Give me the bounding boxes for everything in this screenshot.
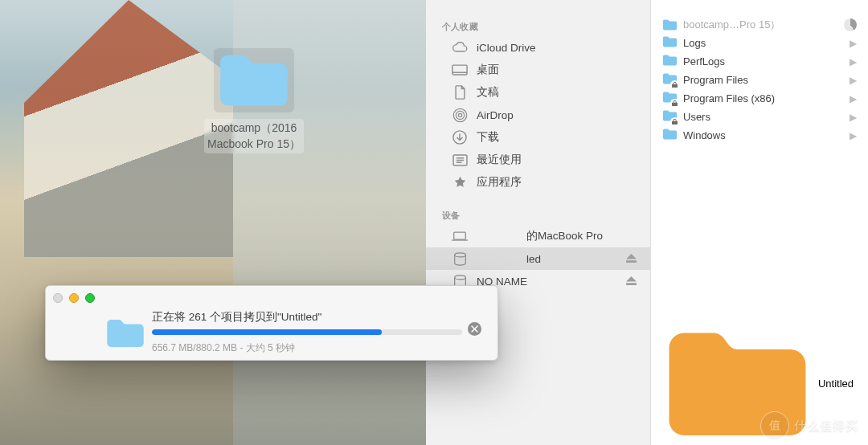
window-traffic-lights <box>53 293 95 303</box>
finder-window: 个人收藏 iCloud Drive 桌面 文稿 AirDrop 下载 最近使用 … <box>426 0 868 445</box>
folder-icon <box>214 48 294 112</box>
chevron-right-icon: ▶ <box>850 112 857 123</box>
svg-rect-0 <box>452 65 467 75</box>
sidebar-item-label: 应用程序 <box>477 175 637 190</box>
sidebar-item-label: 桌面 <box>477 63 637 77</box>
svg-point-2 <box>456 111 464 119</box>
folder-label: Users <box>683 111 844 123</box>
sidebar-item-label: 的MacBook Pro <box>477 229 637 243</box>
chevron-right-icon: ▶ <box>850 130 857 141</box>
folder-label: Program Files <box>683 74 844 86</box>
chevron-right-icon: ▶ <box>850 93 857 104</box>
folder-icon <box>105 316 145 350</box>
progress-pie-icon <box>844 18 857 31</box>
desktop-icon <box>452 63 468 77</box>
watermark-badge: 值 <box>760 411 789 440</box>
sidebar-item-label: 下载 <box>477 130 637 145</box>
sidebar-item-label: iCloud Drive <box>477 42 637 54</box>
document-icon <box>452 85 468 100</box>
folder-row[interactable]: Program Files (x86) ▶ <box>651 89 868 108</box>
cancel-copy-button[interactable] <box>468 322 481 336</box>
folder-row[interactable]: Users ▶ <box>651 108 868 126</box>
svg-point-1 <box>458 113 461 116</box>
finder-column: bootcamp…Pro 15） Logs ▶ PerfLogs ▶ Progr… <box>651 0 868 445</box>
folder-label: bootcamp…Pro 15） <box>683 18 838 32</box>
eject-icon[interactable] <box>626 275 637 288</box>
sidebar-item-desktop[interactable]: 桌面 <box>426 59 650 81</box>
zoom-window-button[interactable] <box>85 293 95 303</box>
svg-point-7 <box>454 252 465 256</box>
sidebar-item-label: Life <box>477 329 637 341</box>
folder-label: Logs <box>683 37 844 49</box>
cloud-icon <box>452 40 468 55</box>
folder-row[interactable]: Program Files ▶ <box>651 71 868 89</box>
svg-point-8 <box>454 275 465 279</box>
finder-sidebar: 个人收藏 iCloud Drive 桌面 文稿 AirDrop 下载 最近使用 … <box>426 0 651 445</box>
sidebar-item-icloud[interactable]: iCloud Drive <box>426 36 650 59</box>
sidebar-item-downloads[interactable]: 下载 <box>426 126 650 149</box>
sidebar-item-label: AirDrop <box>477 109 637 121</box>
airdrop-icon <box>452 108 468 122</box>
lock-icon <box>670 80 679 89</box>
disk-icon <box>452 251 468 266</box>
sidebar-section-devices: 设备 <box>426 205 650 225</box>
folder-row[interactable]: Logs ▶ <box>651 34 868 52</box>
download-icon <box>452 130 468 145</box>
folder-row[interactable]: PerfLogs ▶ <box>651 52 868 71</box>
folder-label: PerfLogs <box>683 55 844 67</box>
folder-label: Untitled <box>818 378 854 390</box>
watermark-text: 什么值得买 <box>794 418 858 434</box>
minimize-window-button[interactable] <box>69 293 79 303</box>
computer-icon <box>452 229 468 243</box>
sidebar-item-label: led <box>477 253 617 265</box>
chevron-right-icon: ▶ <box>850 38 857 49</box>
copy-progress-window: 正在将 261 个项目拷贝到"Untitled" 656.7 MB/880.2 … <box>45 285 498 361</box>
copy-title: 正在将 261 个项目拷贝到"Untitled" <box>152 310 462 325</box>
lock-icon <box>670 99 679 108</box>
desktop-folder[interactable]: bootcamp（2016 Macbook Pro 15） <box>174 48 334 153</box>
sidebar-item-label: NO NAME <box>477 276 617 288</box>
chevron-right-icon: ▶ <box>850 56 857 67</box>
desktop-folder-label: bootcamp（2016 Macbook Pro 15） <box>204 119 304 153</box>
copy-subtitle: 656.7 MB/880.2 MB - 大约 5 秒钟 <box>152 341 462 355</box>
copy-progress-bar <box>152 329 462 335</box>
column-parent-folder[interactable]: bootcamp…Pro 15） <box>651 16 868 34</box>
sidebar-item-airdrop[interactable]: AirDrop <box>426 104 650 126</box>
folder-row[interactable]: Windows ▶ <box>651 126 868 145</box>
sidebar-section-favorites: 个人收藏 <box>426 16 650 36</box>
folder-label: Windows <box>683 129 844 141</box>
svg-rect-6 <box>454 232 466 239</box>
sidebar-item-untitled-disk[interactable]: led <box>426 247 650 270</box>
close-window-button[interactable] <box>53 293 63 303</box>
eject-icon[interactable] <box>626 252 637 265</box>
chevron-right-icon: ▶ <box>850 75 857 86</box>
sidebar-item-label: 最近使用 <box>477 153 637 167</box>
sidebar-item-applications[interactable]: 应用程序 <box>426 171 650 194</box>
sidebar-item-label: 文稿 <box>477 85 637 100</box>
sidebar-item-documents[interactable]: 文稿 <box>426 81 650 104</box>
lock-icon <box>670 117 679 126</box>
recent-icon <box>452 153 468 167</box>
watermark: 值 什么值得买 <box>760 411 858 440</box>
sidebar-item-recent[interactable]: 最近使用 <box>426 149 650 171</box>
applications-icon <box>452 175 468 190</box>
sidebar-item-macbook[interactable]: 的MacBook Pro <box>426 225 650 247</box>
folder-label: Program Files (x86) <box>683 92 844 104</box>
